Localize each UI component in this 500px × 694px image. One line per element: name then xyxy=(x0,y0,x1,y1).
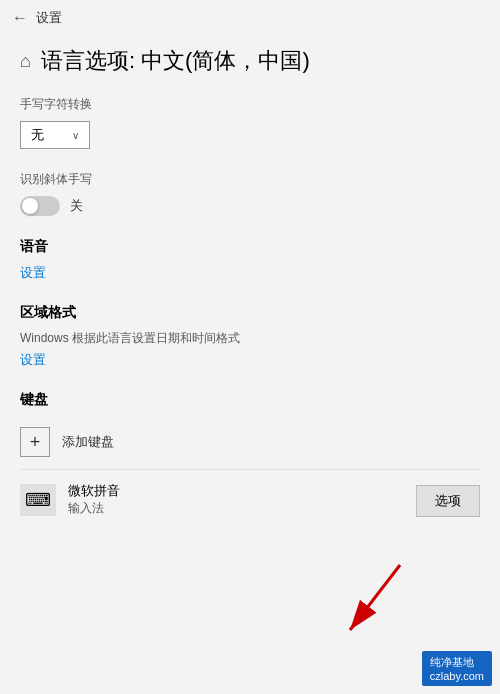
speech-title: 语音 xyxy=(20,238,480,256)
top-bar: ← 设置 xyxy=(0,0,500,36)
dropdown-value: 无 xyxy=(31,126,44,144)
handwriting-dropdown[interactable]: 无 ∨ xyxy=(20,121,90,149)
handwriting-label: 手写字符转换 xyxy=(20,96,480,113)
region-description: Windows 根据此语言设置日期和时间格式 xyxy=(20,330,480,347)
region-section: 区域格式 Windows 根据此语言设置日期和时间格式 设置 xyxy=(20,304,480,369)
divider xyxy=(20,469,480,470)
add-keyboard-label: 添加键盘 xyxy=(62,433,114,451)
keyboard-item-name: 微软拼音 xyxy=(68,482,120,500)
chevron-down-icon: ∨ xyxy=(72,130,79,141)
page-header: ⌂ 语言选项: 中文(简体，中国) xyxy=(20,46,480,76)
watermark: 纯净基地 czlaby.com xyxy=(422,651,492,686)
region-title: 区域格式 xyxy=(20,304,480,322)
speech-section: 语音 设置 xyxy=(20,238,480,282)
cursive-section: 识别斜体手写 关 xyxy=(20,171,480,216)
cursive-toggle-row: 关 xyxy=(20,196,480,216)
cursive-toggle[interactable] xyxy=(20,196,60,216)
home-icon: ⌂ xyxy=(20,51,31,72)
keyboard-item: ⌨ 微软拼音 输入法 选项 xyxy=(20,472,480,527)
toggle-knob xyxy=(22,198,38,214)
cursive-toggle-label: 关 xyxy=(70,197,83,215)
page-content: ⌂ 语言选项: 中文(简体，中国) 手写字符转换 无 ∨ 识别斜体手写 关 语音… xyxy=(0,36,500,694)
keyboard-title: 键盘 xyxy=(20,391,480,409)
region-settings-link[interactable]: 设置 xyxy=(20,352,46,367)
keyboard-options-button[interactable]: 选项 xyxy=(416,485,480,517)
topbar-title: 设置 xyxy=(36,9,62,27)
add-keyboard-button[interactable]: + xyxy=(20,427,50,457)
keyboard-item-type: 输入法 xyxy=(68,500,120,517)
cursive-label: 识别斜体手写 xyxy=(20,171,480,188)
add-keyboard-row[interactable]: + 添加键盘 xyxy=(20,417,480,467)
speech-settings-link[interactable]: 设置 xyxy=(20,265,46,280)
keyboard-item-icon: ⌨ xyxy=(20,484,56,516)
back-button[interactable]: ← xyxy=(12,9,28,27)
page-title: 语言选项: 中文(简体，中国) xyxy=(41,46,310,76)
handwriting-section: 手写字符转换 无 ∨ xyxy=(20,96,480,149)
keyboard-section: 键盘 + 添加键盘 ⌨ 微软拼音 输入法 选项 xyxy=(20,391,480,527)
keyboard-item-info: 微软拼音 输入法 xyxy=(68,482,120,517)
